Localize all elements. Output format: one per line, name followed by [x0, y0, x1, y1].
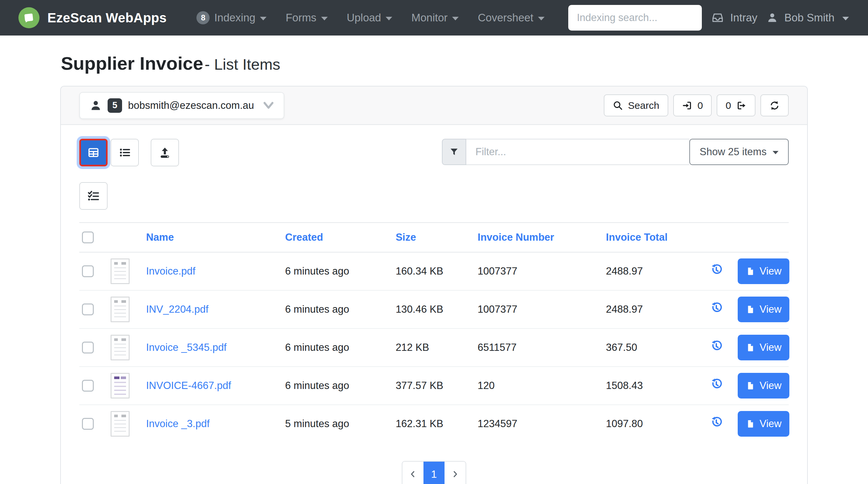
- row-checkbox[interactable]: [82, 303, 94, 315]
- intray-link[interactable]: Intray: [712, 11, 757, 24]
- list-view-button[interactable]: [111, 139, 139, 166]
- file-name-link[interactable]: Invoice.pdf: [146, 265, 195, 277]
- invoice-number-cell: 120: [475, 366, 603, 405]
- user-menu[interactable]: Bob Smith: [767, 11, 849, 24]
- brand-title: EzeScan WebApps: [48, 10, 166, 25]
- sort-header-size[interactable]: Size: [393, 223, 475, 252]
- search-button[interactable]: Search: [604, 94, 668, 117]
- table-row: Invoice _5345.pdf 6 minutes ago 212 KB 6…: [79, 328, 789, 366]
- history-button[interactable]: [709, 301, 723, 315]
- indexing-search-input[interactable]: [568, 5, 702, 31]
- file-name-link[interactable]: Invoice _3.pdf: [146, 418, 210, 429]
- view-button[interactable]: View: [738, 411, 789, 437]
- toolbar: Show 25 items: [79, 139, 789, 166]
- user-name-label: Bob Smith: [784, 11, 834, 24]
- invoice-total-cell: 1097.80: [603, 405, 707, 443]
- search-button-label: Search: [628, 100, 659, 111]
- document-thumbnail[interactable]: [111, 297, 130, 322]
- page-title: Supplier Invoice - List Items: [61, 53, 868, 74]
- user-icon: [767, 12, 778, 23]
- invoice-number-cell: 6511577: [475, 328, 603, 366]
- view-button-label: View: [760, 342, 782, 353]
- chevron-left-icon: [409, 470, 417, 478]
- file-name-link[interactable]: INV_2204.pdf: [146, 303, 209, 315]
- table-row: Invoice.pdf 6 minutes ago 160.34 KB 1007…: [79, 252, 789, 290]
- brand-link[interactable]: EzeScan WebApps: [19, 7, 166, 28]
- view-button-label: View: [760, 418, 782, 430]
- thumb-header: [108, 223, 144, 252]
- view-mode-buttons: [79, 139, 179, 166]
- invoice-total-cell: 2488.97: [603, 252, 707, 290]
- list-icon: [119, 146, 131, 159]
- check-in-count: 0: [698, 100, 703, 111]
- nav-item-label: Indexing: [214, 11, 255, 24]
- page-title-main: Supplier Invoice: [61, 53, 203, 74]
- invoice-total-cell: 367.50: [603, 328, 707, 366]
- grid-view-button[interactable]: [79, 139, 107, 166]
- show-items-dropdown[interactable]: Show 25 items: [689, 139, 789, 165]
- chevron-down-icon: [263, 102, 274, 109]
- sort-header-invoice-number[interactable]: Invoice Number: [475, 223, 603, 252]
- chevron-down-icon: [773, 151, 778, 154]
- upload-icon: [159, 146, 171, 159]
- top-navbar: EzeScan WebApps 8 Indexing Forms Upload …: [0, 0, 868, 35]
- user-icon: [90, 100, 102, 111]
- sort-header-invoice-total[interactable]: Invoice Total: [603, 223, 707, 252]
- nav-item-forms[interactable]: Forms: [276, 11, 337, 24]
- file-name-link[interactable]: INVOICE-4667.pdf: [146, 380, 231, 391]
- history-button[interactable]: [709, 339, 723, 353]
- chevron-right-icon: [451, 470, 459, 478]
- select-all-checkbox[interactable]: [82, 231, 94, 243]
- history-button[interactable]: [709, 416, 723, 429]
- show-items-label: Show 25 items: [700, 146, 766, 158]
- refresh-button[interactable]: [761, 94, 789, 117]
- document-thumbnail[interactable]: [111, 335, 130, 360]
- row-checkbox[interactable]: [82, 380, 94, 392]
- nav-item-monitor[interactable]: Monitor: [402, 11, 468, 24]
- filter-input[interactable]: [466, 139, 689, 165]
- row-checkbox[interactable]: [82, 342, 94, 353]
- intray-label: Intray: [730, 11, 757, 24]
- upload-button[interactable]: [151, 139, 179, 166]
- invoice-number-cell: 1007377: [475, 252, 603, 290]
- view-button[interactable]: View: [738, 258, 789, 284]
- check-in-button[interactable]: 0: [673, 94, 712, 117]
- size-cell: 212 KB: [393, 328, 475, 366]
- queue-selector[interactable]: 5 bobsmith@ezescan.com.au: [79, 92, 284, 119]
- main-nav: 8 Indexing Forms Upload Monitor Covershe…: [187, 11, 554, 24]
- document-thumbnail[interactable]: [111, 411, 130, 437]
- view-button[interactable]: View: [738, 335, 789, 360]
- view-button-label: View: [760, 303, 782, 315]
- file-name-link[interactable]: Invoice _5345.pdf: [146, 342, 227, 353]
- view-button[interactable]: View: [738, 297, 789, 322]
- row-checkbox[interactable]: [82, 418, 94, 430]
- queue-email-label: bobsmith@ezescan.com.au: [128, 100, 254, 111]
- size-cell: 162.31 KB: [393, 405, 475, 443]
- prev-page-button[interactable]: [402, 462, 424, 484]
- sort-header-created[interactable]: Created: [283, 223, 393, 252]
- page-1-button[interactable]: 1: [424, 462, 444, 484]
- chevron-down-icon: [842, 17, 849, 21]
- created-cell: 6 minutes ago: [283, 290, 393, 328]
- history-button[interactable]: [709, 263, 723, 277]
- history-button[interactable]: [709, 378, 723, 391]
- view-button[interactable]: View: [738, 373, 789, 398]
- nav-item-coversheet[interactable]: Coversheet: [468, 11, 554, 24]
- row-checkbox[interactable]: [82, 265, 94, 277]
- page-title-sub: - List Items: [205, 56, 280, 73]
- invoice-number-cell: 1007377: [475, 290, 603, 328]
- intray-icon: [712, 12, 723, 24]
- table-header-row: Name Created Size Invoice Number Invoice…: [79, 223, 789, 252]
- select-columns-button[interactable]: [79, 182, 107, 210]
- document-thumbnail[interactable]: [111, 373, 130, 398]
- invoice-number-cell: 1234597: [475, 405, 603, 443]
- sort-header-name[interactable]: Name: [144, 223, 283, 252]
- nav-item-upload[interactable]: Upload: [337, 11, 402, 24]
- document-thumbnail[interactable]: [111, 258, 130, 284]
- view-button-label: View: [760, 380, 782, 392]
- check-out-button[interactable]: 0: [717, 94, 755, 117]
- table-row: INV_2204.pdf 6 minutes ago 130.46 KB 100…: [79, 290, 789, 328]
- check-out-count: 0: [725, 100, 731, 111]
- nav-item-indexing[interactable]: 8 Indexing: [187, 11, 276, 24]
- next-page-button[interactable]: [444, 462, 466, 484]
